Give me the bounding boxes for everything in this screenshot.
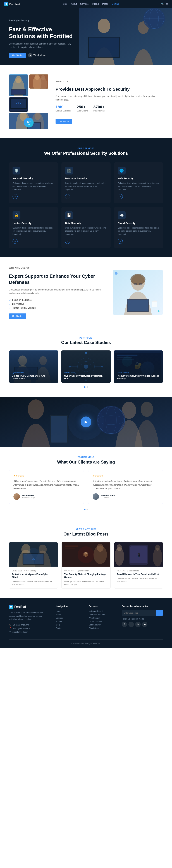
- portfolio-card-2-category: Cyber Security: [64, 372, 108, 374]
- svg-point-78: [97, 406, 126, 434]
- footer-services-label: Services: [89, 605, 116, 608]
- why-image-area: [113, 270, 163, 315]
- footer-nav-blog[interactable]: Blog: [56, 624, 83, 626]
- why-feature-2: ✓ Be Proactive: [9, 303, 104, 305]
- footer-brand: Fortified Lorem ipsum dolor sit amet con…: [9, 605, 50, 634]
- portfolio-dot-2[interactable]: [87, 386, 88, 388]
- menu-icon[interactable]: ≡: [166, 2, 168, 5]
- svg-point-99: [97, 544, 104, 552]
- footer-svc-2[interactable]: Database Security: [89, 614, 116, 616]
- about-content: About Us Provides Best Approach To Secur…: [56, 80, 163, 124]
- newsletter-submit-button[interactable]: →: [156, 610, 163, 616]
- footer-nav-pricing[interactable]: Pricing: [56, 620, 83, 622]
- hero-section: Best Cyber Security Fast & Effective Sol…: [0, 8, 172, 65]
- why-get-started-button[interactable]: Get Started: [9, 313, 26, 319]
- portfolio-card-3[interactable]: 🔐 Access Security The Keys to Solving Pr…: [113, 350, 163, 383]
- about-label: About Us: [56, 80, 163, 83]
- nav-home[interactable]: Home: [62, 3, 68, 5]
- portfolio-card-2-title: Cyber Security Network Protection Data: [64, 374, 108, 380]
- hero-buttons: Get Started ▶ Watch Video: [9, 53, 77, 58]
- why-description: Consectetur adipiscing elit do eiusmod t…: [9, 288, 104, 295]
- about-images: </> 30+ yrs: [9, 74, 48, 129]
- svg-text:📦: 📦: [83, 552, 89, 557]
- testimonial-2-stars: ★★★★★: [93, 474, 159, 477]
- newsletter-input[interactable]: [122, 610, 156, 616]
- why-person-image: [113, 270, 163, 315]
- svg-text:</>: </>: [16, 101, 21, 105]
- portfolio-card-3-overlay: Access Security The Keys to Solving Priv…: [113, 350, 163, 383]
- network-icon: 🛡️: [12, 166, 21, 175]
- footer-nav-contact[interactable]: Contact: [56, 627, 83, 629]
- check-icon-3: ✓: [9, 307, 11, 309]
- nav-pages[interactable]: Pages: [102, 3, 108, 5]
- experience-badge: 30+ yrs: [24, 118, 34, 127]
- service-database-title: Database Security: [65, 177, 107, 180]
- portfolio-card-2[interactable]: Cyber Security Cyber Security Network Pr…: [61, 350, 111, 383]
- hero-people-image: [79, 8, 172, 65]
- blog-card-2[interactable]: 📦 Oct 20, 2023 | Cyber Security The Secu…: [62, 542, 110, 589]
- blog-card-3[interactable]: 📱 Nov 5, 2023 | Social Media Avoid Mista…: [114, 542, 163, 589]
- blog-2-excerpt: Lorem ipsum dolor sit amet consectetur e…: [64, 580, 108, 586]
- service-data-arrow[interactable]: →: [65, 239, 70, 244]
- blog-label: News & Articles: [9, 528, 163, 530]
- testimonial-dot-2[interactable]: [87, 508, 88, 510]
- video-section: ▶: [0, 397, 172, 447]
- nav-about[interactable]: About: [71, 3, 77, 5]
- svg-point-107: [155, 545, 160, 551]
- nav-contact[interactable]: Contact: [112, 3, 119, 5]
- blog-2-title: The Security Risks of Changing Package O…: [64, 573, 108, 579]
- portfolio-card-1-category: Cyber Security: [12, 372, 56, 374]
- portfolio-label: Portfolio: [9, 337, 163, 339]
- portfolio-card-3-category: Access Security: [116, 372, 160, 374]
- service-database-arrow[interactable]: →: [65, 194, 70, 199]
- testimonial-dot-1[interactable]: [84, 508, 85, 510]
- service-cloud-title: Cloud Security: [118, 222, 160, 225]
- blog-card-1[interactable]: ⚠ Oct 12, 2023 | Cyber Security Protect …: [9, 542, 58, 589]
- service-network-arrow[interactable]: →: [12, 194, 18, 199]
- nav-pricing[interactable]: Pricing: [92, 3, 99, 5]
- footer-nav-home[interactable]: Home: [56, 610, 83, 612]
- social-twitter[interactable]: t: [129, 622, 134, 627]
- search-icon[interactable]: 🔍: [161, 2, 164, 5]
- portfolio-dot-1[interactable]: [84, 386, 85, 388]
- footer-svc-1[interactable]: Network Security: [89, 610, 116, 612]
- footer-nav-services[interactable]: Services: [56, 617, 83, 619]
- testimonial-1-text: "What a great experience! I have tested …: [13, 479, 79, 490]
- learn-more-button[interactable]: Learn More: [56, 119, 72, 124]
- blog-2-meta: Oct 20, 2023 | Cyber Security: [64, 570, 108, 572]
- blog-section: News & Articles Our Latest Blog Posts ⚠: [0, 519, 172, 598]
- logo-text: Fortified: [9, 2, 20, 6]
- service-cloud-desc: Quia dum dolor sit amet consectetur adip…: [118, 226, 160, 236]
- get-started-button[interactable]: Get Started: [9, 53, 26, 58]
- reviewer-1-title: Business Analyst: [22, 497, 35, 499]
- footer-nav-about[interactable]: About: [56, 614, 83, 616]
- footer-svc-6[interactable]: Cloud Security: [89, 627, 116, 629]
- social-linkedin[interactable]: in: [135, 622, 141, 627]
- why-features-list: ✓ Focus on the Basics ✓ Be Proactive ✓ T…: [9, 299, 104, 309]
- footer-svc-4[interactable]: Locker Security: [89, 620, 116, 622]
- social-youtube[interactable]: ▶: [142, 622, 147, 627]
- portfolio-card-1[interactable]: Cyber Security Digital Trust, Compliance…: [9, 350, 59, 383]
- service-data-desc: Quia dum dolor sit amet consectetur adip…: [65, 226, 107, 236]
- nav-logo[interactable]: Fortified: [4, 2, 20, 6]
- portfolio-card-1-title: Digital Trust, Compliance, And Governanc…: [12, 374, 56, 380]
- nav-services[interactable]: Services: [80, 3, 89, 5]
- social-facebook[interactable]: f: [122, 622, 127, 627]
- stat-2: 250+ Cyber Experts: [77, 105, 88, 115]
- location-icon: 📍: [9, 627, 11, 629]
- watch-video-button[interactable]: ▶ Watch Video: [28, 53, 45, 57]
- service-web-arrow[interactable]: →: [118, 194, 123, 199]
- service-locker-arrow[interactable]: →: [12, 239, 18, 244]
- about-stats: 18K+ Educate Customers 250+ Cyber Expert…: [56, 105, 163, 115]
- footer-svc-5[interactable]: Data Security: [89, 624, 116, 626]
- reviewer-1-info: Alice Parker Business Analyst: [22, 494, 35, 499]
- reviewer-2-title: IT Director: [101, 497, 115, 499]
- why-feature-3: ✓ Tighten Internal Controls: [9, 307, 104, 309]
- phone-icon: 📞: [9, 624, 11, 626]
- video-play-button[interactable]: ▶: [81, 416, 91, 427]
- service-cloud-arrow[interactable]: →: [118, 239, 123, 244]
- why-section: Why Choose Us Expert Support to Enhance …: [0, 257, 172, 328]
- footer-svc-3[interactable]: Web Security: [89, 617, 116, 619]
- why-feature-1: ✓ Focus on the Basics: [9, 299, 104, 301]
- testimonial-1-stars: ★★★★★: [13, 474, 79, 477]
